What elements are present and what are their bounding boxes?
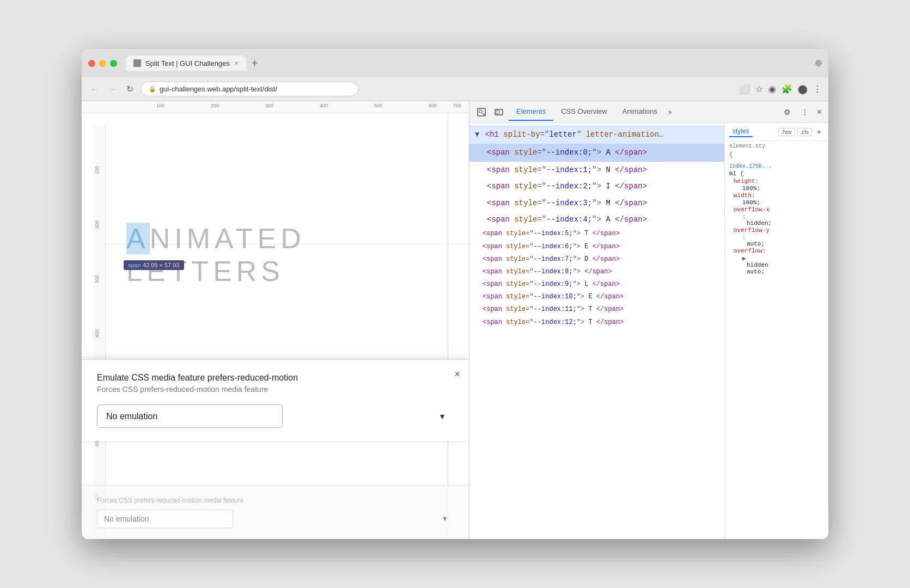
maximize-traffic-light[interactable] (110, 60, 117, 67)
ruler-mark-600: 600 (429, 103, 437, 108)
styles-filter-area: :hov .cls + (778, 127, 824, 137)
window-controls-right (815, 60, 822, 66)
tree-span-10[interactable]: <span style="--index:10;"> E </span> (469, 291, 724, 303)
devtools-settings-icon[interactable]: ⚙ (780, 105, 795, 120)
animated-letters-container: ANIMATED LETTERS (126, 222, 469, 287)
reload-button[interactable]: ↻ (123, 83, 136, 96)
lock-icon: 🔒 (149, 85, 156, 93)
style-overflow: overflow: (729, 248, 824, 254)
emulate-select-background[interactable]: No emulation (97, 510, 233, 528)
cast-icon[interactable]: ⬜ (739, 84, 750, 94)
first-letter: A (126, 223, 150, 254)
emulate-select[interactable]: No emulation prefers-reduced-motion: red… (97, 405, 283, 428)
url-text: gui-challenges.web.app/split-text/dist/ (160, 85, 277, 93)
style-overflow-triangle: ▶ (729, 255, 824, 262)
devtools-tabs: Elements CSS Overview Animations » (509, 103, 778, 121)
close-traffic-light[interactable] (88, 60, 95, 67)
tree-span-1[interactable]: <span style="--index:1;"> N </span> (469, 162, 724, 178)
tree-span-4[interactable]: <span style="--index:4;"> A </span> (469, 211, 724, 228)
tree-span-8[interactable]: <span style="--index:8;"> </span> (469, 266, 724, 278)
bookmark-icon[interactable]: ☆ (755, 84, 763, 94)
tree-span-11[interactable]: <span style="--index:11;"> T </span> (469, 303, 724, 316)
style-height: height: (729, 178, 824, 185)
style-width: width: (729, 192, 824, 199)
content-area: 100 200 300 400 500 600 700 100 200 300 … (82, 101, 828, 539)
tree-h1-line[interactable]: ▼ <h1 split-by="letter" letter-animation… (469, 125, 724, 144)
tab-favicon (133, 59, 141, 67)
tab-css-overview[interactable]: CSS Overview (553, 103, 615, 121)
tree-span-2[interactable]: <span style="--index:2;"> I </span> (469, 178, 724, 194)
devtools-panel: Elements CSS Overview Animations » ⚙ ⋮ × (469, 101, 828, 539)
emulate-subtitle-bg: Forces CSS prefers-reduced-motion media … (97, 497, 454, 504)
ruler-mark-200: 200 (211, 103, 219, 108)
tree-span-9[interactable]: <span style="--index:9;"> L </span> (469, 278, 724, 291)
tree-span-7[interactable]: <span style="--index:7;"> D </span> (469, 253, 724, 266)
svg-rect-2 (496, 111, 499, 114)
cls-button[interactable]: .cls (797, 128, 812, 136)
tree-triangle: ▼ (475, 130, 479, 139)
ruler-left-400: 400 (94, 329, 100, 338)
emulate-title: Emulate CSS media feature prefers-reduce… (97, 373, 454, 383)
ruler-mark-100: 100 (156, 103, 164, 108)
tree-span-0[interactable]: <span style="--index:0;"> A </span> (469, 144, 724, 161)
window-dot (815, 60, 822, 66)
emulate-close-button[interactable]: × (454, 369, 460, 380)
tooltip-element-name: span (128, 262, 141, 268)
styles-tab[interactable]: styles (729, 126, 753, 137)
elements-panel: ▼ <h1 split-by="letter" letter-animation… (469, 123, 725, 539)
device-icon (494, 108, 503, 117)
ruler-left-100: 100 (94, 166, 100, 174)
chrome-icon[interactable]: ◉ (768, 84, 776, 94)
emulate-chevron-bg: ▼ (442, 515, 448, 523)
ruler-mark-700: 700 (453, 103, 461, 108)
extensions-icon[interactable]: 🧩 (781, 84, 792, 94)
styles-content: element.sty { index.175b... ml { height:… (725, 141, 828, 539)
minimize-traffic-light[interactable] (99, 60, 106, 67)
style-overflow-hidden: hidden (729, 262, 824, 268)
profile-icon[interactable]: ⬤ (798, 84, 808, 94)
element-style-label: element.sty (729, 143, 824, 149)
element-brace: { (729, 151, 824, 158)
url-bar[interactable]: 🔒 gui-challenges.web.app/split-text/dist… (141, 82, 358, 96)
style-overflow-x-val: hidden; (729, 220, 824, 226)
tab-close-button[interactable]: × (234, 59, 239, 68)
menu-icon[interactable]: ⋮ (813, 84, 822, 94)
h1-attr-splitby-val: letter (549, 130, 576, 139)
forward-button[interactable]: → (106, 83, 119, 96)
tab-elements[interactable]: Elements (509, 103, 553, 121)
tree-span-3[interactable]: <span style="--index:3;"> M </span> (469, 195, 724, 211)
back-button[interactable]: ← (88, 83, 101, 96)
devtools-more-options-icon[interactable]: ⋮ (797, 105, 813, 120)
tooltip-dimensions: 42.09 × 57.93 (143, 262, 180, 268)
devtools-header: Elements CSS Overview Animations » ⚙ ⋮ × (469, 101, 828, 123)
add-style-button[interactable]: + (814, 127, 824, 137)
inspector-icon-btn[interactable] (474, 105, 489, 120)
style-overflow-y: overflow-y (729, 227, 824, 234)
emulate-popup: Emulate CSS media feature prefers-reduce… (82, 359, 469, 441)
devtools-gear-area: ⚙ ⋮ × (780, 105, 824, 120)
hov-button[interactable]: :hov (778, 128, 795, 136)
ruler-mark-500: 500 (374, 103, 382, 108)
new-tab-button[interactable]: + (248, 57, 261, 70)
devtools-more-tabs[interactable]: » (665, 104, 675, 120)
toolbar-icons-right: ⬜ ☆ ◉ 🧩 ⬤ ⋮ (739, 84, 822, 94)
tab-title: Split Text | GUI Challenges (145, 59, 230, 68)
style-width-val: 100%; (729, 199, 824, 206)
ruler-left-300: 300 (94, 275, 100, 283)
active-tab[interactable]: Split Text | GUI Challenges × (126, 56, 246, 71)
tab-animations[interactable]: Animations (615, 103, 665, 121)
style-height-val: 100%; (729, 185, 824, 192)
tree-span-5[interactable]: <span style="--index:5;"> T </span> (469, 228, 724, 240)
inspector-icon (477, 108, 486, 117)
h1-tag-open: <h1 (485, 130, 504, 139)
ruler-mark-400: 400 (320, 103, 328, 108)
device-icon-btn[interactable] (491, 105, 506, 120)
style-selector-ml: ml { (729, 170, 824, 177)
tree-span-6[interactable]: <span style="--index:6;"> E </span> (469, 241, 724, 253)
page-content: 100 200 300 400 500 600 700 800 ANIMATED… (94, 113, 469, 539)
ruler-top: 100 200 300 400 500 600 700 (82, 101, 469, 113)
elements-tree[interactable]: ▼ <h1 split-by="letter" letter-animation… (469, 123, 724, 539)
devtools-close-button[interactable]: × (815, 105, 824, 119)
tree-span-12[interactable]: <span style="--index:12;"> T </span> (469, 316, 724, 329)
style-source[interactable]: index.175b... (729, 163, 824, 169)
